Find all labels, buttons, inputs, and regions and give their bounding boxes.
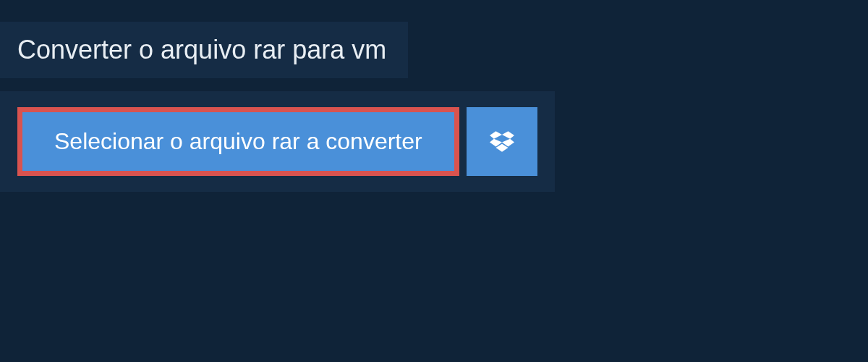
upload-panel: Selecionar o arquivo rar a converter: [0, 91, 555, 192]
page-header: Converter o arquivo rar para vm: [0, 22, 408, 78]
dropbox-icon: [490, 130, 514, 154]
select-file-button[interactable]: Selecionar o arquivo rar a converter: [17, 107, 459, 176]
dropbox-button[interactable]: [467, 107, 537, 176]
page-title: Converter o arquivo rar para vm: [17, 35, 386, 65]
select-file-label: Selecionar o arquivo rar a converter: [54, 128, 422, 155]
